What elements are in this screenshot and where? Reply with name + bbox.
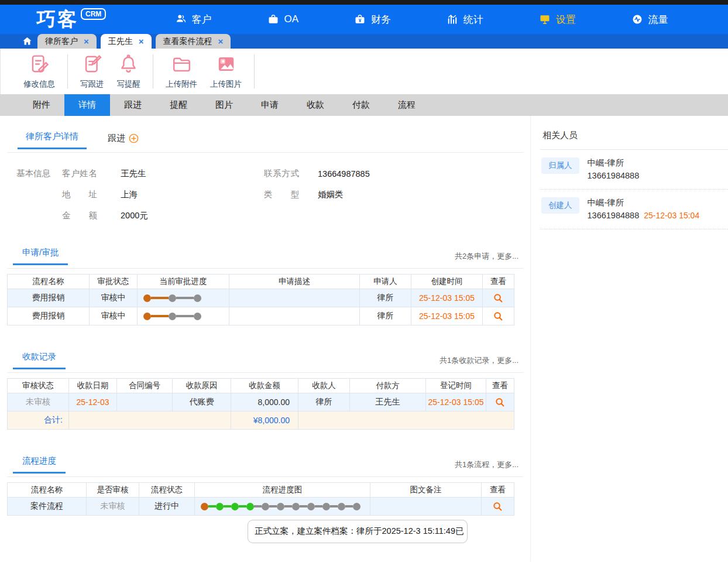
nav-item-settings[interactable]: 设置 [539, 13, 576, 26]
menu-item-images[interactable]: 图片 [201, 94, 247, 116]
home-tab[interactable] [16, 34, 37, 49]
apply-more-link[interactable]: 更多... [497, 252, 518, 260]
col-receipt-date: 收款日期 [69, 379, 117, 393]
nav-item-stats[interactable]: 统计 [447, 13, 483, 26]
cell-payer: 王先生 [350, 393, 426, 411]
nav-item-traffic[interactable]: 流量 [631, 13, 668, 26]
cell-desc [229, 307, 360, 325]
upload-image-button[interactable]: 上传图片 [210, 53, 242, 90]
cell-progress [138, 289, 229, 307]
table-row: 案件流程 未审核 进行中 [8, 498, 514, 516]
add-icon[interactable] [129, 133, 139, 143]
receipts-table: 审核状态 收款日期 合同编号 收款原因 收款金额 收款人 付款方 登记时间 查看… [7, 378, 514, 430]
nav-label: 统计 [463, 13, 483, 26]
menu-item-attachments[interactable]: 附件 [19, 94, 64, 116]
empty-cell [298, 411, 514, 430]
menu-item-applications[interactable]: 申请 [247, 94, 293, 116]
close-icon[interactable]: × [218, 36, 224, 46]
apply-section-divider [7, 268, 523, 269]
flow-progress-bar[interactable] [196, 503, 369, 510]
flow-section-title[interactable]: 流程进度 [13, 455, 66, 474]
nav-item-finance[interactable]: ¥ 财务 [354, 13, 391, 26]
col-approval-progress: 当前审批进度 [138, 275, 229, 289]
menu-item-payments[interactable]: 付款 [338, 94, 384, 116]
magnifier-icon[interactable] [495, 397, 505, 407]
col-apply-desc: 申请描述 [229, 275, 360, 289]
cell-view [486, 393, 514, 411]
tab-lawfirm-customers[interactable]: 律所客户 × [37, 34, 97, 49]
detail-tab-row: 律所客户详情 跟进 [18, 131, 530, 149]
user-icon [175, 13, 187, 25]
menu-item-reminders[interactable]: 提醒 [156, 94, 201, 116]
apply-section-title[interactable]: 申请/审批 [13, 247, 68, 265]
receipts-count: 共1条收款记录， [439, 356, 497, 365]
nav-label: 客户 [192, 13, 212, 26]
apply-table-header: 流程名称 审批状态 当前审批进度 申请描述 申请人 创建时间 查看 [8, 275, 514, 289]
person-creator: 创建人 中崛-律所 1366198488825-12-03 15:04 [540, 190, 728, 229]
cell-view [483, 289, 514, 307]
approval-progress-bar [139, 313, 228, 320]
menu-item-receipts[interactable]: 收款 [293, 94, 338, 116]
nav-item-oa[interactable]: OA [267, 13, 299, 26]
stats-icon [447, 13, 458, 25]
receipts-section-title[interactable]: 收款记录 [13, 351, 66, 369]
menu-item-flows[interactable]: 流程 [384, 94, 430, 116]
home-icon [22, 36, 32, 46]
main-nav: 客户 OA ¥ 财务 统计 设置 流量 [106, 13, 728, 26]
menu-item-followup[interactable]: 跟进 [110, 94, 156, 116]
owner-badge[interactable]: 归属人 [541, 157, 579, 174]
magnifier-icon[interactable] [493, 502, 503, 512]
app-logo[interactable]: 巧客 CRM [36, 7, 106, 32]
magnifier-icon[interactable] [493, 311, 503, 321]
toolbar-divider [153, 54, 153, 88]
toolbar-label: 上传附件 [166, 79, 197, 90]
basic-info: 基本信息 客户姓名 王先生 联系方式 13664987885 地址 上海 类型 … [16, 168, 530, 221]
upload-attachment-button[interactable]: 上传附件 [166, 53, 197, 90]
cell-view [483, 307, 514, 325]
flow-count: 共1条流程， [455, 460, 497, 469]
cell-view [482, 498, 514, 516]
creator-badge[interactable]: 创建人 [541, 197, 579, 214]
col-flow-status: 流程状态 [139, 483, 195, 498]
tab-followup[interactable]: 跟进 [108, 133, 139, 149]
total-label: 合计: [8, 411, 69, 430]
col-audited: 是否审核 [87, 483, 139, 498]
creator-phone: 13661984888 [588, 211, 640, 220]
close-icon[interactable]: × [139, 36, 144, 46]
apply-count: 共2条申请， [455, 252, 497, 260]
monitor-icon [539, 13, 551, 25]
cell-progress [138, 307, 229, 325]
cell-created: 25-12-03 15:05 [411, 307, 483, 325]
cell-registered: 25-12-03 15:05 [426, 393, 486, 411]
receipts-section-head: 收款记录 共1条收款记录，更多... [7, 351, 523, 369]
menu-item-details[interactable]: 详情 [64, 94, 110, 116]
nav-item-customers[interactable]: 客户 [175, 13, 212, 26]
edit-info-button[interactable]: 修改信息 [23, 53, 55, 90]
toolbar-label: 写跟进 [80, 79, 104, 90]
col-approval-status: 审批状态 [90, 275, 138, 289]
write-reminder-button[interactable]: 写提醒 [117, 53, 141, 90]
cell-status: 审核中 [90, 289, 138, 307]
magnifier-icon[interactable] [493, 293, 503, 303]
tab-mr-wang[interactable]: 王先生 × [101, 34, 152, 49]
tab-view-case-flow[interactable]: 查看案件流程 × [156, 34, 231, 49]
type-value: 婚姻类 [318, 189, 530, 200]
write-followup-button[interactable]: 写跟进 [80, 53, 104, 90]
tab-customer-detail[interactable]: 律所客户详情 [18, 131, 87, 149]
approval-progress-bar [139, 294, 228, 302]
detail-tab-divider [7, 152, 523, 153]
close-icon[interactable]: × [84, 36, 89, 46]
cell-reason: 代账费 [173, 393, 231, 411]
flow-more-link[interactable]: 更多... [497, 460, 518, 469]
receipts-more-link[interactable]: 更多... [497, 356, 518, 365]
toolbar-divider [67, 54, 68, 88]
address-label: 地址 [62, 189, 97, 200]
section-menubar: 附件 详情 跟进 提醒 图片 申请 收款 付款 流程 [0, 94, 728, 116]
nav-label: 财务 [371, 13, 391, 26]
apply-summary: 共2条申请，更多... [455, 251, 523, 265]
cell-payee: 律所 [298, 393, 350, 411]
creator-time: 25-12-03 15:04 [644, 211, 699, 220]
table-row: 费用报销 审核中 律所 25-12-03 15:05 [8, 289, 514, 307]
person-owner: 归属人 中崛-律所 13661984888 [540, 150, 728, 190]
folder-icon [171, 53, 193, 75]
